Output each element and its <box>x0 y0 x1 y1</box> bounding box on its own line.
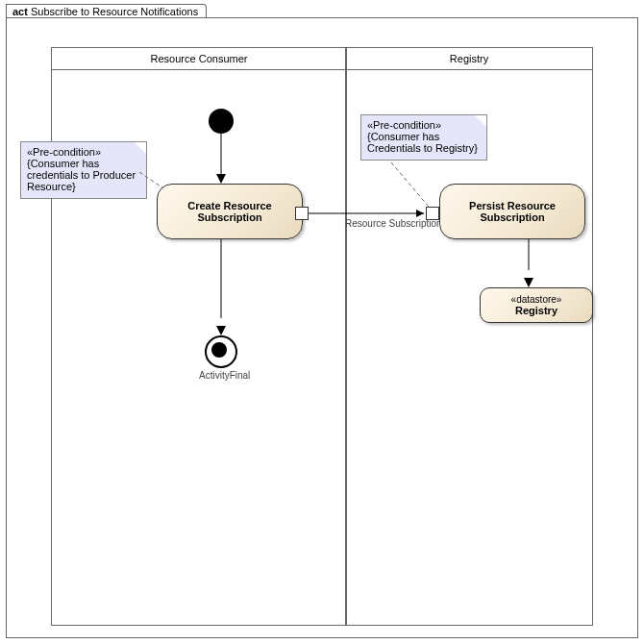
note-stereotype: «Pre-condition» <box>367 119 481 131</box>
input-pin-persist <box>426 207 439 220</box>
note-text: {Consumer has credentials to Producer Re… <box>27 158 140 192</box>
lane-consumer-header: Resource Consumer <box>52 48 346 70</box>
edge-create-to-final <box>216 239 228 328</box>
datastore-stereotype: «datastore» <box>488 294 584 305</box>
activity-persist-subscription: Persist Resource Subscription <box>439 184 585 239</box>
arrowhead-icon <box>216 174 226 184</box>
note-text: {Consumer has Credentials to Registry} <box>367 131 481 154</box>
frame-title: Subscribe to Resource Notifications <box>31 6 198 17</box>
arrowhead-icon <box>216 326 226 335</box>
output-pin-create <box>295 207 309 220</box>
datastore-registry: «datastore» Registry <box>480 287 593 323</box>
arrowhead-icon <box>524 278 533 287</box>
note-registry-precondition: «Pre-condition» {Consumer has Credential… <box>360 114 487 161</box>
activity-label: Persist Resource Subscription <box>448 200 577 223</box>
final-node-label: ActivityFinal <box>199 370 250 381</box>
diagram-canvas: act Subscribe to Resource Notifications … <box>0 0 644 644</box>
activity-create-subscription: Create Resource Subscription <box>157 184 303 239</box>
note-consumer-precondition: «Pre-condition» {Consumer has credential… <box>20 141 147 199</box>
note-stereotype: «Pre-condition» <box>27 146 140 158</box>
activity-label: Create Resource Subscription <box>165 200 294 223</box>
activity-final-node <box>205 335 237 368</box>
frame-keyword: act <box>12 6 28 17</box>
edge-persist-to-datastore <box>524 239 535 280</box>
activity-frame: Resource Consumer Registry «Pre-conditio… <box>6 17 638 638</box>
svg-marker-5 <box>416 210 424 217</box>
datastore-name: Registry <box>488 305 584 316</box>
lane-registry-header: Registry <box>346 48 592 70</box>
lane-consumer: Resource Consumer <box>51 47 347 626</box>
initial-node <box>209 109 234 134</box>
svg-line-1 <box>391 162 433 212</box>
